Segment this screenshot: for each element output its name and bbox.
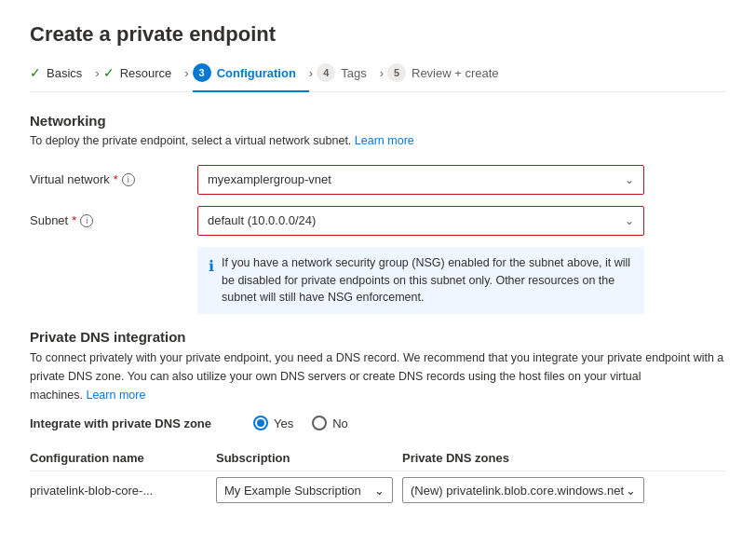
step-sep-1: › (95, 66, 102, 89)
subnet-value: default (10.0.0.0/24) (208, 213, 316, 227)
integrate-label: Integrate with private DNS zone (30, 416, 235, 430)
networking-learn-more[interactable]: Learn more (355, 134, 414, 147)
dns-zone-dropdown[interactable]: (New) privatelink.blob.core.windows.net … (402, 477, 644, 503)
dns-zone-chevron-icon: ⌄ (626, 484, 636, 498)
check-icon-basics: ✓ (30, 65, 41, 80)
subscription-chevron-icon: ⌄ (374, 484, 385, 498)
subscription-value: My Example Subscription (224, 484, 361, 498)
dns-learn-more[interactable]: Learn more (86, 389, 145, 402)
step-review-label: Review + create (412, 66, 499, 80)
step-sep-2: › (184, 66, 192, 89)
step-configuration[interactable]: 3 Configuration (193, 63, 309, 91)
dns-desc: To connect privately with your private e… (30, 348, 726, 404)
step-configuration-label: Configuration (217, 66, 296, 80)
check-icon-resource: ✓ (103, 65, 115, 80)
page-title: Create a private endpoint (30, 22, 726, 47)
radio-yes-label: Yes (274, 416, 293, 430)
step-num-tags: 4 (317, 63, 335, 82)
step-sep-4: › (380, 66, 387, 89)
subnet-required: * (72, 213, 76, 227)
radio-yes-inner (257, 419, 264, 427)
dns-col3-header: Private DNS zones (402, 445, 726, 471)
vnet-required: * (114, 172, 118, 186)
dns-config-name: privatelink-blob-core-... (30, 471, 216, 510)
step-basics-label: Basics (47, 66, 82, 80)
virtual-network-label: Virtual network * i (30, 172, 197, 186)
wizard-steps: ✓ Basics › ✓ Resource › 3 Configuration … (30, 63, 726, 92)
nsg-info-box: ℹ If you have a network security group (… (197, 247, 644, 314)
virtual-network-row: Virtual network * i myexamplergroup-vnet… (30, 165, 726, 195)
step-resource[interactable]: ✓ Resource (103, 65, 185, 89)
vnet-value: myexamplergroup-vnet (208, 172, 331, 186)
subscription-dropdown[interactable]: My Example Subscription ⌄ (216, 477, 393, 503)
radio-yes-outer (253, 416, 268, 430)
dns-section: Private DNS integration To connect priva… (30, 329, 726, 509)
step-tags-label: Tags (341, 66, 366, 80)
networking-title: Networking (30, 113, 726, 129)
step-num-review: 5 (387, 63, 406, 82)
subnet-dropdown[interactable]: default (10.0.0.0/24) ⌄ (197, 206, 644, 236)
step-sep-3: › (309, 66, 317, 89)
step-review[interactable]: 5 Review + create (387, 63, 512, 91)
dns-zone-value: (New) privatelink.blob.core.windows.net (411, 484, 624, 498)
subnet-info-icon[interactable]: i (80, 214, 93, 227)
subnet-label: Subnet * i (30, 213, 197, 227)
subnet-row: Subnet * i default (10.0.0.0/24) ⌄ (30, 206, 726, 236)
step-basics[interactable]: ✓ Basics (30, 65, 95, 89)
dns-col2-header: Subscription (216, 445, 402, 471)
dns-subscription-cell: My Example Subscription ⌄ (216, 471, 402, 510)
dns-table: Configuration name Subscription Private … (30, 445, 726, 509)
subnet-chevron-icon: ⌄ (625, 214, 634, 227)
nsg-info-text: If you have a network security group (NS… (222, 254, 633, 307)
step-num-configuration: 3 (193, 63, 211, 82)
virtual-network-dropdown[interactable]: myexamplergroup-vnet ⌄ (197, 165, 644, 195)
vnet-info-icon[interactable]: i (122, 173, 135, 186)
radio-no-label: No (332, 416, 348, 430)
radio-no[interactable]: No (312, 416, 348, 430)
radio-yes[interactable]: Yes (253, 416, 293, 430)
dns-col1-header: Configuration name (30, 445, 216, 471)
dns-zone-cell: (New) privatelink.blob.core.windows.net … (402, 471, 726, 510)
dns-radio-row: Integrate with private DNS zone Yes No (30, 416, 726, 430)
step-resource-label: Resource (120, 66, 172, 80)
networking-desc: To deploy the private endpoint, select a… (30, 132, 726, 150)
radio-no-outer (312, 416, 327, 430)
info-circle-icon: ℹ (209, 255, 214, 307)
table-row: privatelink-blob-core-... My Example Sub… (30, 471, 726, 510)
step-tags[interactable]: 4 Tags (317, 63, 379, 91)
vnet-chevron-icon: ⌄ (625, 173, 634, 186)
dns-title: Private DNS integration (30, 329, 726, 345)
